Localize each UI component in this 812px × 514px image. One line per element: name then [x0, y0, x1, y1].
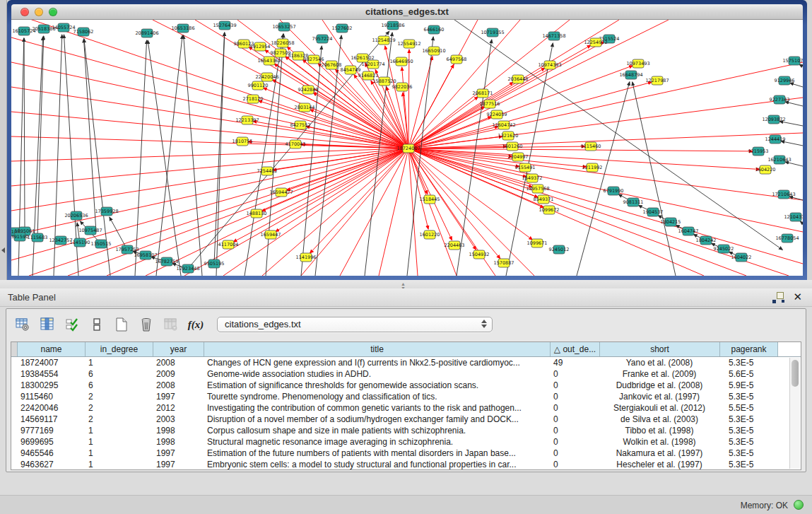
column-header[interactable]: △ out_de... — [550, 342, 599, 356]
graph-node-label: 22420046 — [255, 74, 278, 80]
table-row[interactable]: 911546021997Tourette syndrome. Phenomeno… — [11, 391, 801, 402]
graph-node-label: 1321620 — [498, 133, 519, 139]
graph-node-label: 1601220 — [420, 232, 440, 238]
network-window-titlebar[interactable]: citations_edges.txt — [11, 4, 803, 20]
table-row[interactable]: 1872400712008Changes of HCN gene express… — [11, 357, 801, 368]
table-row[interactable]: 969969511998Structural magnetic resonanc… — [11, 436, 801, 448]
table-row[interactable]: 946554611997Estimation of the future num… — [11, 448, 801, 459]
function-builder-icon[interactable]: f(x) — [187, 315, 205, 334]
new-table-icon[interactable] — [112, 315, 131, 334]
graph-node-label: 1504932 — [469, 252, 490, 257]
graph-node-label: 8912954 — [250, 44, 271, 49]
table-row[interactable]: 1456911722003Disruption of a novel membe… — [11, 414, 801, 425]
graph-node-label: 9245022 — [714, 246, 734, 252]
graph-nodes: 1610572420518386140557247158062208914061… — [11, 21, 803, 273]
show-columns-icon[interactable] — [38, 315, 57, 334]
horizontal-splitter[interactable]: ▲▼ — [0, 280, 812, 288]
graph-node-label: 1145190 — [70, 240, 90, 245]
graph-node-label: 16543362 — [257, 58, 281, 64]
graph-node-label: 6466160 — [424, 27, 445, 33]
table-row[interactable]: 1830029562008Estimation of significance … — [11, 380, 801, 391]
graph-node-label: 18226058 — [271, 40, 294, 46]
table-row[interactable]: 946362711997Embryonic stem cells: a mode… — [11, 459, 801, 470]
table-panel-title: Table Panel — [8, 292, 56, 303]
graph-node-label: 1804242 — [696, 238, 717, 243]
table-panel-body: f(x) citations_edges.txt namein_degreeye… — [6, 308, 806, 472]
table-row[interactable]: 2242004622012Investigating the contribut… — [11, 402, 801, 414]
delete-trash-icon[interactable] — [137, 315, 155, 334]
graph-node-label: 6497568 — [447, 57, 467, 62]
graph-node-label: 16958107 — [134, 252, 157, 258]
scrollbar-thumb[interactable] — [792, 360, 799, 387]
network-window-title: citations_edges.txt — [11, 6, 803, 17]
row-height-icon[interactable] — [88, 315, 106, 334]
graph-node-label: 2204997 — [508, 154, 529, 160]
expand-panel-arrow-icon[interactable] — [1, 247, 5, 253]
column-header[interactable]: title — [204, 342, 550, 356]
select-columns-icon[interactable] — [63, 315, 81, 334]
graph-node-label: 1518445 — [420, 197, 440, 202]
column-header[interactable]: short — [599, 342, 719, 356]
graph-node-label: 1810755 — [233, 139, 253, 144]
table-selector-value: citations_edges.txt — [225, 319, 301, 329]
graph-node-label: 10719155 — [481, 30, 504, 35]
graph-node-label: 1099672 — [539, 207, 560, 213]
graph-node-label: 1549372 — [522, 175, 543, 181]
graph-node-label: 1488130 — [247, 211, 267, 216]
graph-node-label: 1244419 — [765, 136, 786, 142]
status-bar: Memory: OK — [0, 495, 812, 514]
graph-node-label: 12923448 — [176, 266, 199, 271]
collapsed-panel-strip[interactable] — [0, 0, 7, 280]
close-panel-icon[interactable]: ✕ — [793, 291, 802, 303]
graph-node-label: 9215953 — [748, 148, 769, 154]
graph-node-label: 16650910 — [422, 48, 445, 54]
graph-node-label: 8427552 — [290, 122, 311, 128]
graph-node-label: 12217987 — [645, 78, 669, 83]
graph-node-label: 9245012 — [549, 247, 570, 252]
graph-node-label: 2803144 — [295, 105, 315, 110]
table-panel-header: Table Panel ✕ — [0, 288, 812, 307]
network-graph-svg[interactable]: 1610572420518386140557247158062208914061… — [11, 20, 803, 276]
network-canvas[interactable]: 1610572420518386140557247158062208914061… — [11, 20, 803, 276]
graph-node-label: 9081311 — [623, 199, 644, 205]
network-window: citations_edges.txt 16105724205183861405… — [7, 0, 807, 280]
import-table-icon[interactable] — [162, 315, 180, 334]
graph-node-label: 10974393 — [538, 62, 561, 68]
graph-node-label: 16778054 — [775, 235, 799, 241]
column-header[interactable]: name — [17, 342, 85, 356]
table-selector-dropdown[interactable]: citations_edges.txt — [217, 317, 493, 332]
table-settings-icon[interactable] — [13, 315, 32, 334]
table-row[interactable]: 1938455462009Genome-wide association stu… — [11, 368, 801, 380]
vertical-scrollbar[interactable] — [789, 358, 800, 469]
graph-node-label: 17359928 — [95, 209, 118, 214]
graph-node-label: 9242848 — [298, 87, 319, 93]
row-gutter — [11, 342, 17, 356]
table-row[interactable]: 977716911998Corpus callosum shape and si… — [11, 425, 801, 436]
graph-node-label: 11254819 — [372, 37, 395, 43]
graph-node-label: 16782759 — [155, 259, 178, 264]
graph-node-label: 7254402 — [257, 168, 278, 174]
float-panel-icon[interactable] — [772, 292, 784, 303]
graph-node-label: 2036448 — [508, 76, 529, 82]
graph-node-label: 9822036 — [392, 84, 413, 90]
graph-node-label: 2067608 — [322, 62, 342, 68]
column-header[interactable]: pagerank — [719, 342, 777, 356]
graph-node-label: 12554912 — [397, 41, 420, 47]
graph-node-label: 1604747 — [678, 228, 699, 234]
graph-node-label: 2068171 — [473, 90, 493, 96]
graph-node-label: 2204463 — [445, 243, 465, 248]
column-header[interactable]: year — [153, 342, 204, 356]
graph-node-label: 10653186 — [171, 25, 194, 31]
header-filler — [777, 342, 801, 356]
graph-node-label: 10973493 — [626, 61, 649, 66]
memory-status-indicator[interactable] — [794, 500, 804, 510]
graph-node-label: 20891406 — [135, 30, 158, 36]
graph-node-label: 19218586 — [381, 23, 404, 28]
column-header[interactable]: in_degree — [85, 342, 153, 356]
memory-status-label: Memory: OK — [741, 501, 788, 510]
graph-node-label: 1211992 — [582, 165, 603, 170]
node-table: namein_degreeyeartitle△ out_de...shortpa… — [11, 341, 801, 470]
dropdown-arrows-icon — [481, 320, 487, 328]
graph-node-label: 10653257 — [272, 24, 295, 30]
graph-node-label: 16646950 — [389, 59, 413, 64]
